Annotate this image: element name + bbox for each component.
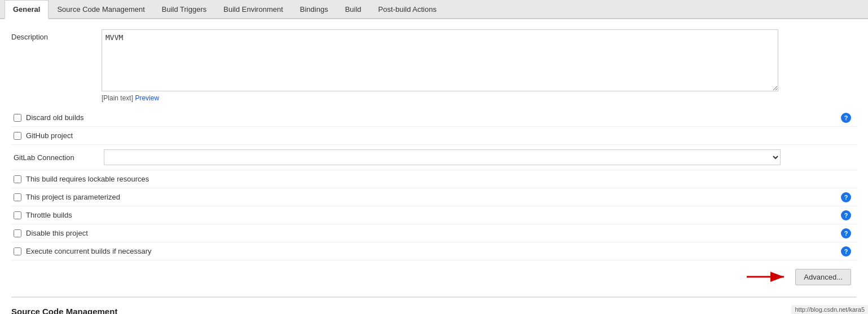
concurrent-builds-checkbox[interactable] xyxy=(14,247,21,255)
github-project-checkbox[interactable] xyxy=(14,132,21,140)
disable-project-help-icon[interactable]: ? xyxy=(841,228,851,238)
description-links: [Plain text] Preview xyxy=(102,94,857,102)
concurrent-builds-help-icon[interactable]: ? xyxy=(841,246,851,256)
tab-post-build-actions[interactable]: Post-build Actions xyxy=(370,0,445,19)
source-code-management-heading: Source Code Management xyxy=(11,297,857,314)
tab-bindings[interactable]: Bindings xyxy=(292,0,337,19)
main-content: Description MVVM [Plain text] Preview Di… xyxy=(0,19,868,314)
advanced-button[interactable]: Advanced... xyxy=(795,269,851,285)
checkbox-parameterized-row: This project is parameterized ? xyxy=(11,188,857,206)
tab-bar: General Source Code Management Build Tri… xyxy=(0,0,868,19)
lockable-resources-checkbox[interactable] xyxy=(14,175,21,183)
discard-old-builds-checkbox[interactable] xyxy=(14,114,21,122)
discard-old-builds-help-icon[interactable]: ? xyxy=(841,113,851,123)
throttle-builds-label[interactable]: Throttle builds xyxy=(26,211,72,219)
preview-link[interactable]: Preview xyxy=(135,94,159,102)
checkbox-throttle-builds-row: Throttle builds ? xyxy=(11,206,857,224)
disable-project-checkbox[interactable] xyxy=(14,229,21,237)
description-row: Description MVVM [Plain text] Preview xyxy=(11,29,857,102)
checkbox-disable-project-row: Disable this project ? xyxy=(11,224,857,242)
tab-general[interactable]: General xyxy=(5,0,49,19)
plain-text-label: [Plain text] xyxy=(102,94,133,102)
throttle-builds-help-icon[interactable]: ? xyxy=(841,210,851,220)
checkbox-discard-old-builds-row: Discard old builds ? xyxy=(11,109,857,127)
throttle-builds-checkbox[interactable] xyxy=(14,211,21,219)
parameterized-checkbox[interactable] xyxy=(14,193,21,201)
checkbox-github-project-row: GitHub project xyxy=(11,127,857,145)
gitlab-connection-label: GitLab Connection xyxy=(14,153,104,162)
url-bar: http://blog.csdn.net/kara5 xyxy=(791,305,868,314)
tab-source-code-management[interactable]: Source Code Management xyxy=(49,0,153,19)
tab-build-triggers[interactable]: Build Triggers xyxy=(153,0,215,19)
advanced-area: Advanced... xyxy=(11,260,857,291)
lockable-resources-label[interactable]: This build requires lockable resources xyxy=(26,175,149,183)
disable-project-label[interactable]: Disable this project xyxy=(26,229,88,237)
tab-build-environment[interactable]: Build Environment xyxy=(215,0,292,19)
discard-old-builds-label[interactable]: Discard old builds xyxy=(26,113,84,122)
parameterized-help-icon[interactable]: ? xyxy=(841,192,851,202)
gitlab-connection-row: GitLab Connection xyxy=(11,145,857,170)
concurrent-builds-label[interactable]: Execute concurrent builds if necessary xyxy=(26,247,152,255)
checkbox-concurrent-builds-row: Execute concurrent builds if necessary ? xyxy=(11,242,857,260)
description-field: MVVM [Plain text] Preview xyxy=(102,29,857,102)
github-project-label[interactable]: GitHub project xyxy=(26,131,73,140)
gitlab-connection-select[interactable] xyxy=(104,149,781,165)
tab-build[interactable]: Build xyxy=(337,0,370,19)
description-textarea[interactable]: MVVM xyxy=(102,29,778,91)
checkbox-lockable-resources-row: This build requires lockable resources xyxy=(11,170,857,188)
description-label: Description xyxy=(11,29,102,41)
advanced-arrow xyxy=(746,268,791,285)
parameterized-label[interactable]: This project is parameterized xyxy=(26,193,120,201)
